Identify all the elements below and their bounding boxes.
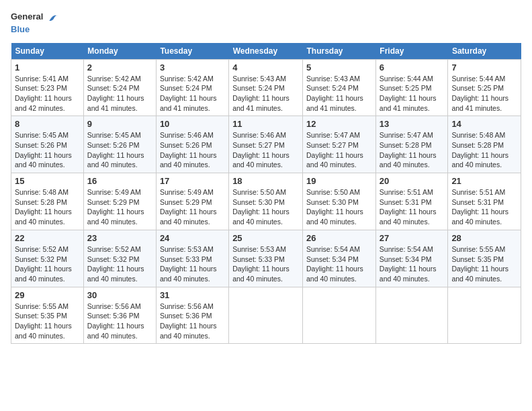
day-info: Sunrise: 5:45 AM Sunset: 5:26 PM Dayligh… [87, 130, 152, 170]
day-cell-15: 15 Sunrise: 5:48 AM Sunset: 5:28 PM Dayl… [11, 173, 84, 230]
day-number: 31 [160, 290, 225, 300]
empty-cell [448, 287, 521, 344]
day-number: 11 [232, 119, 299, 129]
day-cell-6: 6 Sunrise: 5:44 AM Sunset: 5:25 PM Dayli… [375, 59, 448, 116]
day-number: 20 [380, 176, 445, 186]
day-cell-9: 9 Sunrise: 5:45 AM Sunset: 5:26 PM Dayli… [83, 116, 156, 173]
col-tuesday: Tuesday [156, 43, 228, 60]
day-number: 1 [15, 62, 80, 73]
col-thursday: Thursday [303, 43, 376, 60]
col-monday: Monday [83, 43, 156, 60]
day-info: Sunrise: 5:50 AM Sunset: 5:30 PM Dayligh… [232, 187, 299, 227]
day-cell-7: 7 Sunrise: 5:44 AM Sunset: 5:25 PM Dayli… [448, 59, 521, 116]
day-cell-2: 2 Sunrise: 5:42 AM Sunset: 5:24 PM Dayli… [83, 59, 156, 116]
day-cell-21: 21 Sunrise: 5:51 AM Sunset: 5:31 PM Dayl… [448, 173, 521, 230]
day-info: Sunrise: 5:55 AM Sunset: 5:35 PM Dayligh… [15, 302, 80, 341]
day-number: 18 [232, 176, 299, 186]
day-info: Sunrise: 5:52 AM Sunset: 5:32 PM Dayligh… [87, 244, 152, 284]
day-cell-26: 26 Sunrise: 5:54 AM Sunset: 5:34 PM Dayl… [303, 230, 376, 287]
day-number: 7 [451, 62, 517, 73]
day-number: 25 [232, 233, 299, 243]
day-cell-29: 29 Sunrise: 5:55 AM Sunset: 5:35 PM Dayl… [11, 287, 84, 344]
day-info: Sunrise: 5:56 AM Sunset: 5:36 PM Dayligh… [160, 302, 225, 341]
empty-cell [303, 287, 376, 344]
day-cell-14: 14 Sunrise: 5:48 AM Sunset: 5:28 PM Dayl… [448, 116, 521, 173]
day-cell-10: 10 Sunrise: 5:46 AM Sunset: 5:26 PM Dayl… [156, 116, 228, 173]
day-number: 8 [15, 119, 80, 129]
day-info: Sunrise: 5:51 AM Sunset: 5:31 PM Dayligh… [380, 187, 445, 227]
day-info: Sunrise: 5:42 AM Sunset: 5:24 PM Dayligh… [87, 74, 152, 113]
day-number: 27 [380, 233, 445, 243]
day-info: Sunrise: 5:47 AM Sunset: 5:28 PM Dayligh… [380, 130, 445, 170]
day-number: 21 [451, 176, 517, 186]
day-info: Sunrise: 5:49 AM Sunset: 5:29 PM Dayligh… [160, 187, 225, 227]
day-number: 13 [380, 119, 445, 129]
day-number: 30 [87, 290, 152, 300]
day-info: Sunrise: 5:55 AM Sunset: 5:35 PM Dayligh… [451, 244, 517, 284]
day-cell-25: 25 Sunrise: 5:53 AM Sunset: 5:33 PM Dayl… [229, 230, 303, 287]
day-number: 28 [451, 233, 517, 243]
logo-blue: Blue [11, 24, 60, 35]
day-number: 12 [306, 119, 372, 129]
day-info: Sunrise: 5:48 AM Sunset: 5:28 PM Dayligh… [15, 187, 80, 227]
day-info: Sunrise: 5:49 AM Sunset: 5:29 PM Dayligh… [87, 187, 152, 227]
day-cell-16: 16 Sunrise: 5:49 AM Sunset: 5:29 PM Dayl… [83, 173, 156, 230]
day-info: Sunrise: 5:48 AM Sunset: 5:28 PM Dayligh… [451, 130, 517, 170]
day-number: 29 [15, 290, 80, 300]
col-wednesday: Wednesday [229, 43, 303, 60]
day-cell-13: 13 Sunrise: 5:47 AM Sunset: 5:28 PM Dayl… [375, 116, 448, 173]
day-cell-31: 31 Sunrise: 5:56 AM Sunset: 5:36 PM Dayl… [156, 287, 228, 344]
day-info: Sunrise: 5:54 AM Sunset: 5:34 PM Dayligh… [380, 244, 445, 284]
day-info: Sunrise: 5:43 AM Sunset: 5:24 PM Dayligh… [306, 74, 372, 113]
day-info: Sunrise: 5:52 AM Sunset: 5:32 PM Dayligh… [15, 244, 80, 284]
day-cell-30: 30 Sunrise: 5:56 AM Sunset: 5:36 PM Dayl… [83, 287, 156, 344]
day-number: 19 [306, 176, 372, 186]
day-cell-1: 1 Sunrise: 5:41 AM Sunset: 5:23 PM Dayli… [11, 59, 84, 116]
day-cell-12: 12 Sunrise: 5:47 AM Sunset: 5:27 PM Dayl… [303, 116, 376, 173]
empty-cell [375, 287, 448, 344]
col-saturday: Saturday [448, 43, 521, 60]
day-cell-3: 3 Sunrise: 5:42 AM Sunset: 5:24 PM Dayli… [156, 59, 228, 116]
day-cell-24: 24 Sunrise: 5:53 AM Sunset: 5:33 PM Dayl… [156, 230, 228, 287]
day-number: 2 [87, 62, 152, 73]
day-info: Sunrise: 5:46 AM Sunset: 5:27 PM Dayligh… [232, 130, 299, 170]
day-number: 9 [87, 119, 152, 129]
day-number: 26 [306, 233, 372, 243]
day-info: Sunrise: 5:51 AM Sunset: 5:31 PM Dayligh… [451, 187, 517, 227]
day-info: Sunrise: 5:54 AM Sunset: 5:34 PM Dayligh… [306, 244, 372, 284]
day-cell-27: 27 Sunrise: 5:54 AM Sunset: 5:34 PM Dayl… [375, 230, 448, 287]
calendar-table: SundayMondayTuesdayWednesdayThursdayFrid… [11, 43, 521, 345]
day-info: Sunrise: 5:44 AM Sunset: 5:25 PM Dayligh… [380, 74, 445, 113]
col-sunday: Sunday [11, 43, 84, 60]
day-cell-28: 28 Sunrise: 5:55 AM Sunset: 5:35 PM Dayl… [448, 230, 521, 287]
day-cell-19: 19 Sunrise: 5:50 AM Sunset: 5:30 PM Dayl… [303, 173, 376, 230]
day-cell-11: 11 Sunrise: 5:46 AM Sunset: 5:27 PM Dayl… [229, 116, 303, 173]
logo: General Blue [11, 11, 60, 35]
day-info: Sunrise: 5:53 AM Sunset: 5:33 PM Dayligh… [160, 244, 225, 284]
day-cell-20: 20 Sunrise: 5:51 AM Sunset: 5:31 PM Dayl… [375, 173, 448, 230]
day-info: Sunrise: 5:41 AM Sunset: 5:23 PM Dayligh… [15, 74, 80, 113]
day-number: 6 [380, 62, 445, 73]
day-number: 4 [232, 62, 299, 73]
day-number: 10 [160, 119, 225, 129]
day-cell-23: 23 Sunrise: 5:52 AM Sunset: 5:32 PM Dayl… [83, 230, 156, 287]
day-number: 22 [15, 233, 80, 243]
day-cell-4: 4 Sunrise: 5:43 AM Sunset: 5:24 PM Dayli… [229, 59, 303, 116]
day-number: 14 [451, 119, 517, 129]
day-info: Sunrise: 5:50 AM Sunset: 5:30 PM Dayligh… [306, 187, 372, 227]
day-number: 15 [15, 176, 80, 186]
day-number: 23 [87, 233, 152, 243]
day-number: 5 [306, 62, 372, 73]
day-cell-5: 5 Sunrise: 5:43 AM Sunset: 5:24 PM Dayli… [303, 59, 376, 116]
day-number: 16 [87, 176, 152, 186]
empty-cell [229, 287, 303, 344]
day-cell-22: 22 Sunrise: 5:52 AM Sunset: 5:32 PM Dayl… [11, 230, 84, 287]
day-cell-18: 18 Sunrise: 5:50 AM Sunset: 5:30 PM Dayl… [229, 173, 303, 230]
day-info: Sunrise: 5:43 AM Sunset: 5:24 PM Dayligh… [232, 74, 299, 113]
logo-general: General [11, 11, 43, 21]
day-info: Sunrise: 5:42 AM Sunset: 5:24 PM Dayligh… [160, 74, 225, 113]
day-info: Sunrise: 5:45 AM Sunset: 5:26 PM Dayligh… [15, 130, 80, 170]
day-number: 24 [160, 233, 225, 243]
day-info: Sunrise: 5:47 AM Sunset: 5:27 PM Dayligh… [306, 130, 372, 170]
col-friday: Friday [375, 43, 448, 60]
